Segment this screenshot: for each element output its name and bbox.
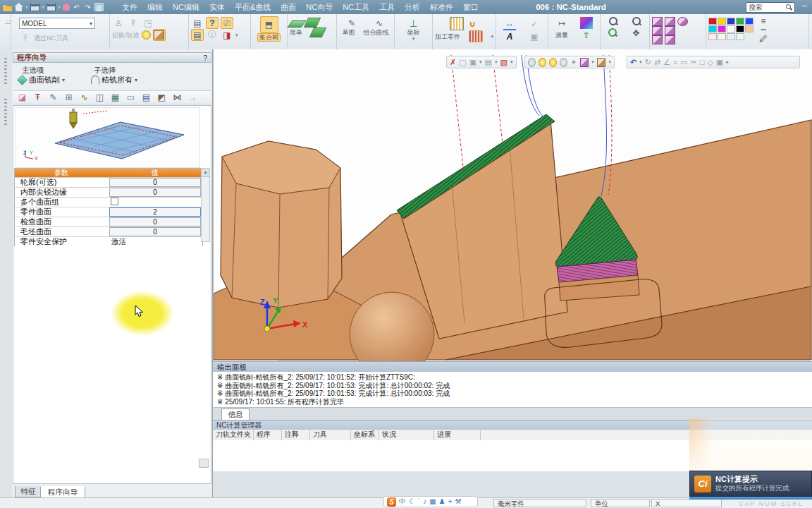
tab-info[interactable]: 信息 xyxy=(221,409,250,420)
deselect-cursor-icon[interactable]: ✗ xyxy=(450,56,456,68)
nc-manager-table-body[interactable] xyxy=(213,440,812,471)
color-swatch[interactable] xyxy=(718,25,726,32)
shaded-cube-icon[interactable] xyxy=(652,26,663,35)
machine-setup-icon[interactable]: ⊞ xyxy=(63,92,75,103)
punctuation-icon[interactable]: ˙ xyxy=(418,497,420,507)
display-mode-cube-icon[interactable] xyxy=(580,58,589,67)
minimize-button[interactable]: – xyxy=(798,0,811,13)
menu-nc-wizard[interactable]: NC向导 xyxy=(306,2,333,13)
open-file-icon[interactable] xyxy=(3,3,12,11)
pick-chain-icon[interactable]: ▤ xyxy=(485,56,492,68)
check-doc-icon[interactable]: ✓ xyxy=(528,18,541,30)
color-swatch[interactable] xyxy=(727,18,735,25)
column-status[interactable]: 状况 xyxy=(379,430,434,440)
profile-icon[interactable]: ♟ xyxy=(439,497,445,507)
chevron-right-icon[interactable]: ▸ xyxy=(726,59,729,65)
zoom-fit-icon[interactable] xyxy=(608,28,618,38)
info-icon[interactable]: ⓘ xyxy=(206,29,219,41)
menu-surface[interactable]: 曲面 xyxy=(281,2,296,13)
chevron-down-icon[interactable]: ▾ xyxy=(235,32,238,38)
cutter-icon[interactable]: Ŧ xyxy=(32,92,44,103)
color-swatch[interactable] xyxy=(727,33,735,40)
menu-file[interactable]: 文件 xyxy=(122,2,137,13)
swap-icon[interactable]: ⇄ xyxy=(654,56,660,68)
color-swatch[interactable] xyxy=(718,18,726,25)
composite-curve-icon[interactable]: ∿ xyxy=(373,17,386,29)
chevron-down-icon[interactable]: ▾ xyxy=(639,59,642,65)
array-icon[interactable]: ▣ xyxy=(716,56,723,68)
section-cube-icon[interactable] xyxy=(665,35,675,44)
execute-icon[interactable]: → xyxy=(187,92,199,103)
chevron-down-icon[interactable]: ▾ xyxy=(62,77,65,83)
column-comment[interactable]: 注释 xyxy=(282,430,310,440)
menu-tools[interactable]: 工具 xyxy=(379,2,395,13)
chevron-down-icon[interactable]: ▾ xyxy=(608,59,611,65)
pan-icon[interactable]: ✥ xyxy=(629,27,642,39)
nc-manager-header[interactable]: NC计算管理器 xyxy=(213,420,812,430)
dock-grip[interactable] xyxy=(4,99,7,127)
mirror-icon[interactable]: ◇ xyxy=(707,56,713,68)
hidden-line-cube-icon[interactable] xyxy=(665,17,675,26)
color-swatch[interactable] xyxy=(736,25,744,32)
sharp-edges-value-field[interactable]: 0 xyxy=(109,188,201,197)
chevron-down-icon[interactable]: ▾ xyxy=(479,59,482,65)
hide-bulb-icon[interactable] xyxy=(528,58,536,67)
color-swatch[interactable] xyxy=(708,33,717,40)
report-icon[interactable]: ▤ xyxy=(140,92,152,103)
angle-icon[interactable]: ∠ xyxy=(663,56,670,68)
tool-icon[interactable]: Ŧ xyxy=(127,17,140,29)
simulation-icon[interactable]: ▦ xyxy=(109,92,121,103)
chevron-down-icon[interactable]: ▾ xyxy=(491,34,493,40)
multi-surface-checkbox[interactable] xyxy=(111,198,118,205)
part-surfaces-value-field[interactable]: 2 xyxy=(109,207,201,217)
bulb-icon[interactable] xyxy=(142,30,151,40)
color-swatch[interactable] xyxy=(708,25,717,32)
edit-parameters-icon[interactable]: ✎ xyxy=(47,92,59,103)
line-style-icon[interactable]: ┅ xyxy=(757,26,770,33)
menu-nc-tools[interactable]: NC工具 xyxy=(343,2,369,13)
sub-option-combo[interactable]: 精铣所有 ▾ xyxy=(91,74,174,86)
model-combo[interactable]: MODEL ▾ xyxy=(19,18,95,29)
menu-nc-edit[interactable]: NC编辑 xyxy=(173,2,199,13)
sketch-icon[interactable]: ✎ xyxy=(345,17,358,29)
contour-value-field[interactable]: 0 xyxy=(109,178,201,187)
toolpath-icon[interactable]: ∿ xyxy=(78,92,90,103)
verify-icon[interactable]: ◳ xyxy=(142,17,154,29)
search-input[interactable]: 搜索 xyxy=(746,2,795,13)
stock-icon[interactable]: ◫ xyxy=(94,92,106,103)
help-icon[interactable]: ? xyxy=(203,54,207,62)
column-coordinate-system[interactable]: 坐标系 xyxy=(351,430,379,440)
color-swatch[interactable] xyxy=(745,18,753,25)
help-icon[interactable]: ? xyxy=(206,17,219,29)
language-mode-icon[interactable]: 中 xyxy=(399,497,406,507)
normal-arrow-icon[interactable]: ⇧ xyxy=(580,29,593,41)
output-panel-header[interactable]: 输出面板 xyxy=(213,361,812,372)
assembly-tree-icon[interactable]: ⬒ xyxy=(260,16,278,33)
table-scrollbar[interactable]: ▲ xyxy=(201,168,210,242)
voice-input-icon[interactable]: ♪ xyxy=(423,497,426,507)
text-annotation-icon[interactable]: A xyxy=(503,30,516,42)
chevron-down-icon[interactable]: ▾ xyxy=(90,20,92,27)
transparent-cube-icon[interactable] xyxy=(652,35,663,44)
link-icon[interactable]: ⋈ xyxy=(171,92,183,103)
shaded-edges-cube-icon[interactable] xyxy=(665,26,675,35)
column-progress[interactable]: 进展 xyxy=(434,430,481,440)
hatch-part-icon[interactable] xyxy=(469,30,483,42)
menu-standard[interactable]: 标准件 xyxy=(430,2,453,13)
skin-icon[interactable]: + xyxy=(448,497,453,507)
trim-icon[interactable]: ✂ xyxy=(691,56,697,68)
clear-selection-icon[interactable]: ▧ xyxy=(500,56,507,68)
output-panel-icon[interactable]: ⎚ xyxy=(221,17,233,29)
chevron-down-icon[interactable]: ▾ xyxy=(42,4,44,11)
color-swatch[interactable] xyxy=(708,18,717,25)
color-swatch[interactable] xyxy=(745,25,753,32)
menu-solid[interactable]: 实体 xyxy=(209,2,225,13)
line-weight-icon[interactable]: ≡ xyxy=(757,18,770,25)
menu-plane-curve[interactable]: 平面&曲线 xyxy=(235,2,271,13)
render-cube-icon[interactable] xyxy=(597,58,606,67)
tool-holder-icon[interactable]: ∪ xyxy=(466,18,479,30)
color-swatch[interactable] xyxy=(718,33,726,40)
clamp-icon[interactable]: ◩ xyxy=(156,92,168,103)
main-option-combo[interactable]: 曲面铣削 ▾ xyxy=(18,74,88,86)
simulate-icon[interactable]: ♙ xyxy=(112,17,125,29)
